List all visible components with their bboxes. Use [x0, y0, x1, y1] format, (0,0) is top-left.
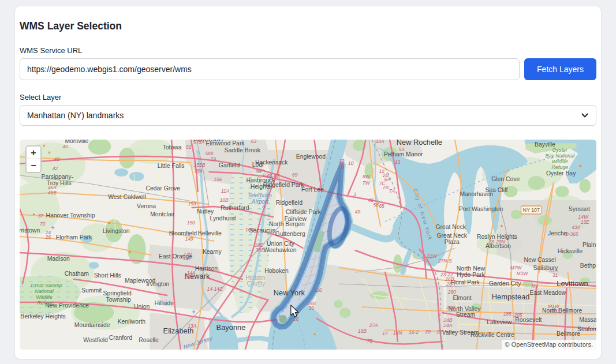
map-label: Montville [65, 140, 88, 144]
map-label: Elmwood Park [206, 140, 245, 147]
map-label: 578A [193, 140, 205, 145]
map-label: 11A [221, 188, 230, 194]
map-label: 185 [503, 311, 512, 317]
zoom-out-button[interactable]: − [27, 159, 40, 172]
map-label: M3W [517, 271, 529, 276]
map-label: Totowa [163, 144, 182, 151]
map-label: Teterboro [247, 192, 271, 198]
svg-text:▲: ▲ [128, 249, 132, 253]
map-label: Levittown [557, 279, 588, 288]
map-label: 10B [220, 197, 229, 203]
map-label: 58 [374, 202, 379, 208]
layer-select[interactable]: Manhattan (NY) landmarks [20, 105, 596, 126]
map-label: New Cassel [524, 257, 555, 263]
map-label: Glen Cove [491, 176, 520, 182]
svg-text:▲: ▲ [42, 143, 46, 147]
map-label: Rutherford [221, 205, 249, 211]
map-container: ✈ ✈ ✈ ▲▲▲ ▲▲▲ ▲▲ NY 107 PatersonTotowaEl… [20, 140, 596, 350]
map-label: 42 [53, 166, 58, 171]
map-label: Livingston [103, 228, 130, 234]
map-label: North Bergen [269, 221, 305, 227]
map-label: 7W [363, 180, 371, 186]
map-label: 56 [186, 144, 192, 150]
osm-attribution-link[interactable]: OpenStreetMap [512, 341, 557, 348]
map-label: Morristown [20, 227, 40, 234]
map-label: Florham Park [56, 234, 92, 241]
wms-url-input[interactable] [20, 58, 520, 80]
map-label: Hempstead [492, 292, 530, 301]
map-label: Refuge [551, 164, 568, 170]
map-attribution: © OpenStreetMap contributors. [502, 340, 596, 350]
map-label: 149 [185, 236, 193, 242]
map-label: Lakeview [487, 319, 512, 325]
url-label: WMS Service URL [20, 46, 596, 55]
map-label: 19 [339, 158, 345, 164]
map-label: Garfield [219, 162, 240, 168]
map-label: 147 [183, 256, 191, 261]
map-label: Ridgefield [276, 200, 303, 206]
map-label: Hyde Park [457, 272, 485, 278]
map-zoom-control: + − [25, 145, 42, 173]
map-label: Hoboken [264, 268, 289, 274]
map-label: 27N-S [438, 258, 452, 264]
map-label: 22 [436, 329, 442, 335]
map-label: Union City [267, 241, 295, 247]
map-label: Parsippany- [42, 174, 74, 180]
svg-text:▲: ▲ [499, 223, 503, 227]
map-label: Cranford [109, 335, 133, 341]
map-label: 68 [379, 203, 384, 209]
map-label: Little Falls [158, 163, 185, 169]
map-label: 66-67 [267, 173, 279, 179]
map-label: Bethpage [580, 262, 596, 269]
map-label: 10A [376, 140, 384, 144]
map-label: Summit [81, 287, 102, 294]
map-label: 326 [313, 287, 322, 293]
map-label: Fort Lee [301, 186, 324, 193]
map-label: Great Neck [437, 232, 468, 239]
map-label: Airport [251, 198, 269, 205]
map-label: Hillside [155, 300, 174, 306]
map-label: Oyster Bay [546, 170, 576, 177]
zoom-in-button[interactable]: + [27, 147, 40, 159]
map-label: New Rochelle [397, 140, 442, 147]
map-label: M7W [510, 265, 522, 271]
map-label: 36-29N [489, 239, 505, 245]
map-label: 13 [395, 159, 401, 165]
svg-text:▲: ▲ [47, 150, 51, 154]
map-label: 143C [184, 275, 196, 280]
map-label: Great Swamp [31, 283, 62, 288]
airport-icon: ✈ [51, 225, 55, 231]
map-label: 588 [205, 151, 213, 156]
map-label: Chatham [65, 271, 89, 277]
map-label: 3 [353, 192, 356, 197]
map-label: Cliffside Park [286, 209, 322, 215]
map-label: Plainview [583, 242, 596, 248]
map-label: 5A [399, 147, 405, 152]
map-label: 150 [187, 220, 195, 226]
map-label: Westfield [83, 337, 108, 343]
map-canvas[interactable]: ✈ ✈ ✈ ▲▲▲ ▲▲▲ ▲▲ NY 107 PatersonTotowaEl… [20, 140, 596, 350]
map-label: Port Washington [459, 206, 503, 212]
map-label: 26 [45, 234, 51, 240]
wms-panel: WMS Layer Selection WMS Service URL Fetc… [14, 6, 602, 359]
map-label: M61 [550, 308, 559, 314]
airport-icon: ✈ [262, 204, 266, 210]
map-label: 20 [425, 329, 431, 335]
map-label: Cedar Grove [146, 185, 181, 192]
map-label: Wildlife [551, 159, 568, 164]
map-label: 30 [309, 305, 315, 311]
map-label: Valley Stream [442, 329, 479, 336]
map-label: Irvington [146, 281, 169, 287]
map-label: 17 [382, 331, 388, 336]
map-label: Massapequa [579, 317, 596, 323]
map-label: Refuge [37, 300, 54, 306]
map-label: County [247, 280, 265, 287]
map-label: Lyndhurst [210, 215, 236, 222]
map-label: 70 [40, 221, 46, 227]
map-label: 14N [393, 330, 402, 336]
map-label: 45 [62, 144, 68, 149]
map-label: 434 [572, 224, 580, 230]
fetch-layers-button[interactable]: Fetch Layers [524, 58, 596, 80]
map-label: 10 [348, 160, 354, 166]
svg-text:▲: ▲ [578, 163, 583, 167]
